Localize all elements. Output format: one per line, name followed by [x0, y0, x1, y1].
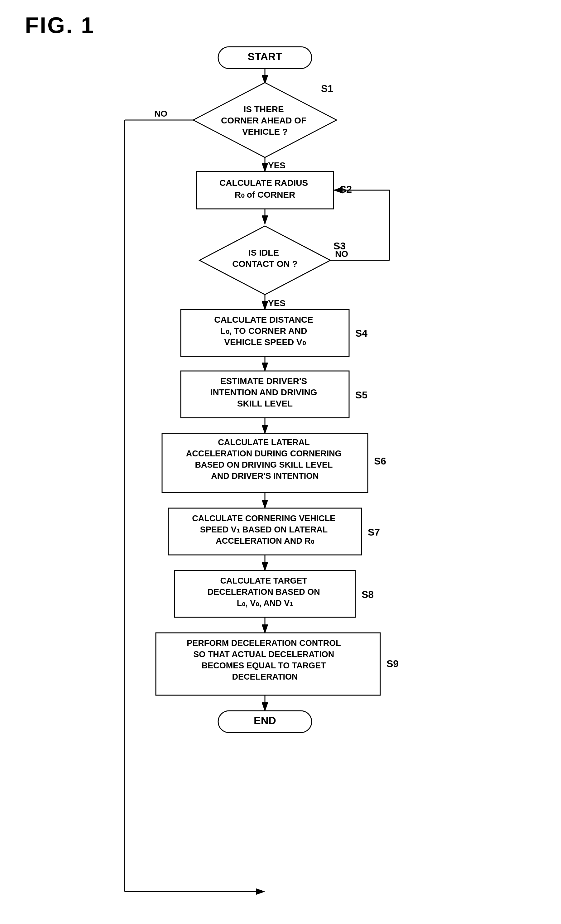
s2-label: S2: [340, 184, 352, 195]
s1-label: S1: [321, 83, 333, 94]
yes-label-s3: YES: [268, 298, 285, 308]
s8-label: S8: [362, 589, 374, 600]
figure-title: FIG. 1: [25, 12, 95, 38]
page-container: FIG. 1 START S1 IS THERE CORNER AHEAD OF…: [0, 0, 561, 924]
s5-label: S5: [355, 389, 368, 400]
start-label: START: [248, 51, 282, 62]
s9-label: S9: [387, 658, 399, 669]
end-label: END: [254, 714, 276, 726]
s6-label: S6: [374, 456, 386, 466]
flowchart-svg: START S1 IS THERE CORNER AHEAD OF VEHICL…: [62, 38, 499, 924]
s7-label: S7: [368, 526, 380, 538]
s4-text: CALCULATE DISTANCE L₀, TO CORNER AND VEH…: [214, 315, 316, 347]
no-label-s1: NO: [154, 109, 167, 118]
yes-label-s1: YES: [268, 160, 285, 170]
no-label-s3: NO: [335, 249, 348, 259]
s4-label: S4: [355, 328, 368, 339]
